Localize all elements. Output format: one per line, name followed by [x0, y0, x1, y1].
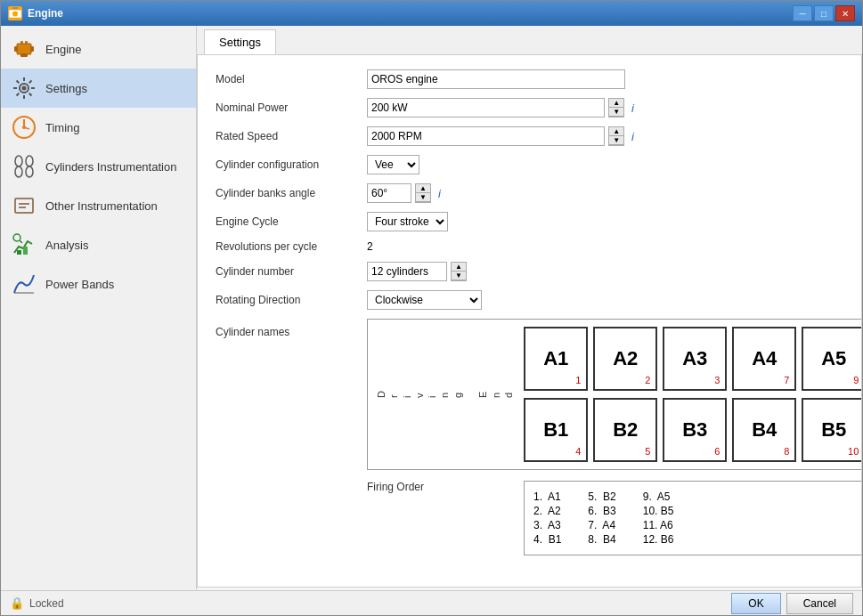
sidebar-item-other[interactable]: Other Instrumentation	[1, 186, 196, 225]
minimize-button[interactable]: ─	[793, 5, 812, 21]
tab-bar: Settings	[197, 26, 862, 55]
nominal-power-up[interactable]: ▲	[609, 99, 623, 108]
cylinder-a1[interactable]: A1 1	[524, 327, 588, 391]
cylinder-b3[interactable]: B3 6	[663, 398, 727, 462]
content-area: Engine Settings	[1, 26, 862, 590]
firing-order-section: Firing Order 1. A1 2. A2 3. A3	[367, 481, 862, 555]
close-button[interactable]: ✕	[835, 5, 855, 21]
settings-tab[interactable]: Settings	[204, 29, 276, 54]
cylinder-banks-spinner-buttons: ▲ ▼	[415, 183, 431, 203]
sidebar-label-analysis: Analysis	[45, 239, 88, 252]
rated-speed-info-icon[interactable]: i	[631, 130, 634, 143]
cylinder-number-row: Cylinder number ▲ ▼	[216, 262, 843, 281]
revolutions-control: 2	[367, 240, 634, 253]
cylinder-config-row: Cylinder configuration Vee Inline	[216, 155, 843, 174]
main-content: Settings Model Nominal Power	[197, 26, 862, 590]
rated-speed-spinner: ▲ ▼ i	[367, 126, 634, 146]
sidebar-label-cylinders: Cylinders Instrumentation	[45, 160, 176, 174]
nominal-power-control: ▲ ▼ i	[367, 98, 634, 118]
sidebar: Engine Settings	[1, 26, 197, 590]
cylinder-banks-up[interactable]: ▲	[416, 184, 430, 193]
cylinder-b1[interactable]: B1 4	[524, 398, 588, 462]
cylinder-names-label: Cylinder names	[216, 319, 367, 338]
sidebar-item-settings[interactable]: Settings	[1, 69, 196, 108]
rated-speed-row: Rated Speed ▲ ▼ i	[216, 126, 843, 146]
ok-button[interactable]: OK	[731, 593, 780, 614]
cylinder-b2[interactable]: B2 5	[593, 398, 657, 462]
cylinder-banks-control: ▲ ▼ i	[367, 183, 634, 203]
nominal-power-info-icon[interactable]: i	[631, 101, 634, 115]
nominal-power-down[interactable]: ▼	[609, 108, 623, 117]
svg-rect-18	[15, 199, 33, 213]
firing-item: 8. B4	[588, 533, 615, 546]
sidebar-item-timing[interactable]: Timing	[1, 108, 196, 147]
model-row: Model	[216, 69, 843, 89]
cylinder-number-up[interactable]: ▲	[452, 263, 466, 272]
cylinder-row-b: B1 4 B2 5 B3	[524, 398, 862, 462]
engine-cycle-control: Four stroke Two stroke	[367, 212, 634, 231]
driving-end-label: DrivingEnd	[375, 391, 515, 398]
cylinder-row-a: A1 1 A2 2 A3	[524, 327, 862, 391]
svg-rect-6	[25, 41, 28, 45]
cylinder-banks-down[interactable]: ▼	[416, 193, 430, 202]
cylinder-config-select[interactable]: Vee Inline	[367, 155, 419, 174]
svg-rect-22	[23, 247, 28, 255]
nominal-power-spinner-buttons: ▲ ▼	[608, 98, 624, 118]
cylinder-banks-info-icon[interactable]: i	[438, 187, 441, 200]
cancel-button[interactable]: Cancel	[786, 593, 853, 614]
cylinder-banks-row: Cylinder banks angle ▲ ▼ i	[216, 183, 843, 203]
cylinder-number-down[interactable]: ▼	[452, 272, 466, 280]
revolutions-value: 2	[367, 240, 373, 253]
sidebar-item-power[interactable]: Power Bands	[1, 264, 196, 304]
cylinder-config-label: Cylinder configuration	[216, 158, 367, 171]
svg-rect-7	[20, 53, 28, 57]
sidebar-item-cylinders[interactable]: Cylinders Instrumentation	[1, 147, 196, 186]
cylinder-number-input[interactable]	[367, 262, 447, 281]
svg-point-1	[12, 12, 18, 17]
firing-item: 9. A5	[643, 490, 674, 503]
rotating-dir-select[interactable]: Clockwise Counter-clockwise	[367, 290, 482, 310]
rated-speed-input[interactable]	[367, 126, 605, 146]
cylinders-icon	[10, 152, 38, 181]
revolutions-label: Revolutions per cycle	[216, 240, 367, 253]
lock-icon: 🔒	[10, 596, 24, 610]
maximize-button[interactable]: □	[814, 5, 834, 21]
model-input[interactable]	[367, 69, 625, 89]
model-control	[367, 69, 634, 89]
timing-icon	[10, 113, 38, 142]
firing-col-1: 1. A1 2. A2 3. A3 4. B1	[533, 490, 561, 546]
diagram-with-labels: DrivingEnd A1 1	[375, 327, 858, 462]
cylinder-b4[interactable]: B4 8	[732, 398, 796, 462]
sidebar-item-analysis[interactable]: Analysis	[1, 225, 196, 264]
svg-point-14	[15, 156, 22, 166]
cylinder-a3[interactable]: A3 3	[663, 327, 727, 391]
window-title: Engine	[28, 7, 793, 20]
settings-icon	[10, 74, 38, 102]
firing-order-label: Firing Order	[367, 481, 518, 493]
cylinder-a2[interactable]: A2 2	[593, 327, 657, 391]
svg-point-9	[22, 86, 27, 91]
cylinder-banks-input[interactable]	[367, 183, 411, 203]
firing-item: 2. A2	[533, 505, 561, 517]
status-left: 🔒 Locked	[10, 596, 64, 610]
cylinder-b5[interactable]: B5 10	[802, 398, 862, 462]
driving-end-area: DrivingEnd	[375, 327, 515, 462]
cylinder-a4[interactable]: A4 7	[732, 327, 796, 391]
nominal-power-input[interactable]	[367, 98, 605, 118]
rotating-dir-label: Rotating Direction	[216, 294, 367, 306]
sidebar-label-power: Power Bands	[45, 278, 114, 291]
firing-col-2: 5. B2 6. B3 7. A4 8. B4	[588, 490, 615, 546]
rated-speed-down[interactable]: ▼	[609, 136, 623, 145]
rotating-dir-control: Clockwise Counter-clockwise	[367, 290, 634, 310]
rated-speed-up[interactable]: ▲	[609, 127, 623, 136]
cylinder-a5[interactable]: A5 9	[802, 327, 862, 391]
engine-cycle-select[interactable]: Four stroke Two stroke	[367, 212, 448, 231]
cylinder-banks-label: Cylinder banks angle	[216, 187, 367, 199]
engine-cycle-row: Engine Cycle Four stroke Two stroke	[216, 212, 843, 231]
sidebar-item-engine[interactable]: Engine	[1, 29, 196, 69]
cylinder-config-control: Vee Inline	[367, 155, 634, 174]
firing-item: 5. B2	[588, 490, 615, 503]
firing-item: 3. A3	[533, 519, 561, 531]
rated-speed-label: Rated Speed	[216, 130, 367, 142]
revolutions-row: Revolutions per cycle 2	[216, 240, 843, 253]
